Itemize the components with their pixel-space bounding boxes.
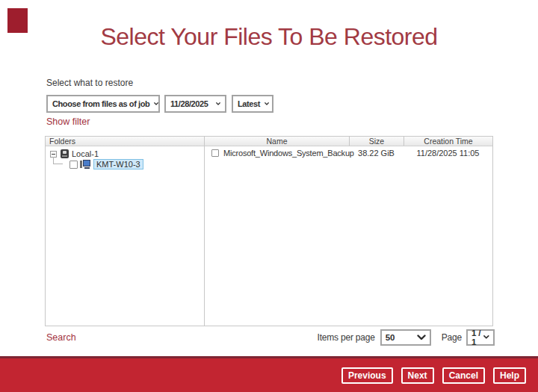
tree-root-label[interactable]: Local-1 — [72, 149, 99, 158]
page-dropdown[interactable]: 1 / 1 — [466, 329, 495, 346]
tree-node-checkbox[interactable] — [69, 161, 78, 169]
folders-pane: Folders Local-1 KMT-W10-3 — [46, 137, 204, 326]
chevron-down-icon — [211, 101, 220, 107]
file-creation-time-cell: 11/28/2025 11:05 — [404, 149, 492, 158]
page-title: Select Your Files To Be Restored — [0, 23, 538, 51]
backup-date-value: 11/28/2025 — [170, 99, 208, 108]
cancel-button[interactable]: Cancel — [442, 367, 485, 384]
files-pane: Name Size Creation Time Microsoft_Window… — [204, 137, 492, 326]
restore-source-value: Choose from files as of job — [52, 99, 149, 108]
row-checkbox[interactable] — [211, 149, 219, 157]
folders-header-label: Folders — [49, 137, 75, 146]
show-filter-link[interactable]: Show filter — [46, 116, 90, 127]
backup-version-value: Latest — [238, 99, 260, 108]
tree-connector-line — [53, 157, 63, 164]
page-value: 1 / 1 — [471, 329, 483, 346]
tree-child-label-selected[interactable]: KMT-W10-3 — [93, 159, 143, 169]
file-name-cell: Microsoft_Windows_System_Backup — [205, 149, 349, 158]
items-per-page-value: 50 — [386, 333, 395, 342]
chevron-down-icon — [483, 335, 489, 340]
file-browser-panel: Folders Local-1 KMT-W10-3 Name Size Crea… — [45, 136, 493, 326]
page-label: Page — [442, 332, 462, 343]
next-button[interactable]: Next — [401, 367, 434, 384]
items-per-page-dropdown[interactable]: 50 — [380, 329, 431, 346]
help-button[interactable]: Help — [493, 367, 526, 384]
table-row[interactable]: Microsoft_Windows_System_Backup 38.22 Gi… — [205, 148, 492, 158]
chevron-down-icon — [149, 101, 158, 107]
files-table-header: Name Size Creation Time — [205, 137, 492, 146]
pagination-controls: Items per page 50 Page 1 / 1 — [318, 329, 495, 346]
search-link[interactable]: Search — [46, 332, 76, 343]
column-header-creation-time: Creation Time — [404, 137, 492, 146]
file-size-cell: 38.22 GiB — [349, 149, 404, 158]
footer-buttons: Previous Next Cancel Help — [341, 367, 526, 384]
footer-bar: Previous Next Cancel Help — [0, 356, 538, 392]
computer-icon — [80, 160, 91, 169]
chevron-down-icon — [417, 335, 426, 340]
column-header-size: Size — [349, 137, 404, 146]
select-what-to-restore-label: Select what to restore — [46, 78, 133, 88]
backup-version-dropdown[interactable]: Latest — [232, 95, 273, 113]
restore-wizard-page: Select Your Files To Be Restored Select … — [0, 0, 538, 392]
previous-button[interactable]: Previous — [341, 367, 393, 384]
backup-date-dropdown[interactable]: 11/28/2025 — [164, 95, 226, 113]
column-header-name: Name — [205, 137, 349, 146]
items-per-page-label: Items per page — [318, 332, 375, 343]
file-name-text: Microsoft_Windows_System_Backup — [223, 149, 354, 158]
chevron-down-icon — [260, 101, 269, 107]
restore-source-dropdown[interactable]: Choose from files as of job — [46, 95, 160, 113]
folders-pane-header: Folders — [46, 137, 204, 146]
tree-node-child[interactable]: KMT-W10-3 — [69, 159, 143, 169]
